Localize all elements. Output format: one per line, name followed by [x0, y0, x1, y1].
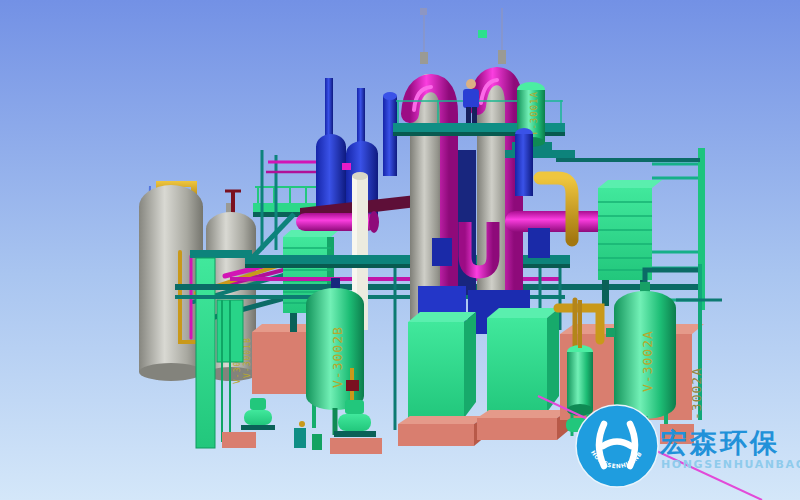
top-tank-label: T-3001A	[529, 91, 539, 136]
logo-name-cn: 宏森环保	[659, 427, 780, 458]
green-skid-box-a	[408, 312, 476, 418]
worker-torso	[463, 89, 479, 108]
skid-foundation-b	[477, 410, 569, 440]
vessel-b-label: V-3002B	[330, 326, 345, 388]
worker-head	[466, 79, 476, 89]
gray-storage-tank-1	[139, 181, 203, 381]
vessel-a-label: V-3002A	[640, 330, 655, 392]
logo-circle	[576, 405, 658, 487]
magenta-fitting	[342, 163, 351, 170]
plant-3d-scene: V-3001A V-3001B	[0, 0, 800, 500]
left-tank-label-b: V-3001B	[243, 337, 252, 378]
cad-render-viewport: V-3001A V-3001B	[0, 0, 800, 500]
vessel-a-wall-label: -3002A	[689, 367, 704, 420]
side-nozzle	[606, 328, 615, 337]
logo-name-en: HONGSENHUANBAO	[661, 458, 800, 471]
pump-foundation	[330, 438, 382, 454]
foundation-pad-left	[222, 432, 256, 448]
skid-foundation-a	[398, 416, 486, 446]
